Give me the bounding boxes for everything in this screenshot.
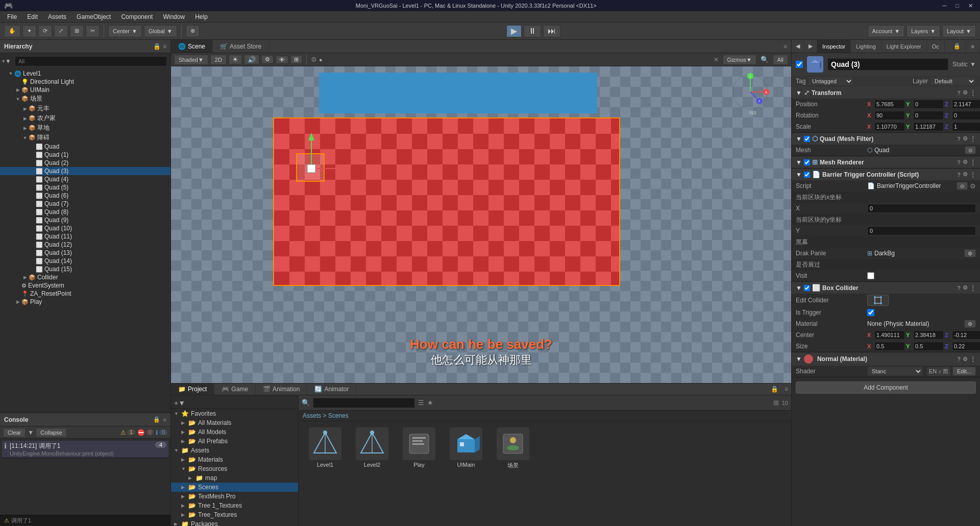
tab-animator[interactable]: 🔄 Animator (307, 384, 356, 395)
position-z-input[interactable] (952, 100, 980, 109)
audio-toggle[interactable]: 🔊 (244, 55, 259, 64)
2d-button[interactable]: 2D (210, 55, 227, 65)
maximize-button[interactable]: □ (952, 2, 962, 10)
tree-item[interactable]: ▶📦元丰 (0, 104, 170, 113)
center-y-input[interactable] (913, 330, 944, 340)
box-collider-header[interactable]: ▼ ⬜ Box Collider ? ⚙ ⋮ (792, 282, 980, 294)
tab-scene[interactable]: 🌐 Scene (171, 40, 213, 53)
size-x-input[interactable] (874, 342, 905, 351)
menu-window[interactable]: Window (158, 12, 190, 21)
mesh-filter-toggle[interactable] (804, 136, 810, 142)
scale-x-input[interactable] (874, 122, 905, 131)
mesh-renderer-toggle[interactable] (804, 159, 810, 165)
tree-item[interactable]: ⬜Quad (9) (0, 216, 170, 224)
rotation-z-input[interactable] (952, 111, 980, 120)
tree-item[interactable]: ▼🌐Level1 (0, 69, 170, 78)
scale-z-input[interactable] (952, 122, 980, 131)
asset-scene[interactable]: 场景 (493, 427, 533, 469)
shader-dropdown[interactable]: Stanc (867, 367, 923, 376)
folder-item[interactable]: ▶📁map (171, 473, 298, 483)
tool-rect[interactable]: ⊞ (70, 25, 84, 37)
tree-item[interactable]: ⬜Quad (7) (0, 200, 170, 208)
tree-item[interactable]: ⬜Quad (15) (0, 265, 170, 273)
menu-edit[interactable]: Edit (22, 12, 43, 21)
play-button[interactable]: ▶ (506, 25, 522, 37)
script-overflow[interactable]: ⋮ (970, 171, 976, 178)
tree-item[interactable]: ▶📦农户家 (0, 113, 170, 123)
tool-scale[interactable]: ⤢ (54, 25, 68, 37)
center-z-input[interactable] (952, 330, 980, 340)
object-active-checkbox[interactable] (796, 61, 803, 68)
all-dropdown[interactable]: All (773, 55, 788, 65)
tab-game[interactable]: 🎮 Game (214, 384, 256, 395)
tab-lighting[interactable]: Lighting (851, 40, 881, 53)
assets-filter-icon[interactable]: ☰ (418, 399, 424, 407)
space-dropdown[interactable]: Global ▼ (144, 25, 177, 37)
transform-overflow[interactable]: ⋮ (970, 89, 976, 97)
asset-level1[interactable]: Level1 (305, 427, 346, 469)
visit-checkbox[interactable] (867, 272, 874, 279)
scene-view[interactable]: Y X Z Iso How can he be saved? 他怎么可能从神那里 (171, 66, 791, 383)
pause-button[interactable]: ⏸ (524, 25, 541, 37)
folder-item[interactable]: ▼📁Assets (171, 446, 298, 455)
transform-section-header[interactable]: ▼ ⤢ Transform ? ⚙ ⋮ (792, 87, 980, 99)
inspector-forward-button[interactable]: ▶ (804, 40, 817, 53)
object-name-input[interactable] (827, 58, 948, 70)
tab-inspector[interactable]: Inspector (817, 40, 851, 53)
folder-item[interactable]: ▶📂All Prefabs (171, 437, 298, 446)
rotation-x-input[interactable] (874, 111, 905, 120)
close-scene-icon[interactable]: ✕ (712, 56, 721, 63)
menu-help[interactable]: Help (190, 12, 213, 21)
hierarchy-search-input[interactable] (15, 56, 167, 66)
tree-item[interactable]: ▼📦障碍 (0, 133, 170, 142)
folder-item[interactable]: ▶📂Tree_Textures (171, 510, 298, 519)
transform-settings[interactable]: ⚙ (963, 89, 968, 96)
close-button[interactable]: ✕ (965, 2, 976, 10)
asset-uimain[interactable]: UIMain (446, 427, 486, 469)
effects-toggle[interactable]: ⚙ (261, 55, 274, 64)
folder-item[interactable]: ▶📂Scenes (171, 483, 298, 492)
x-coord-input[interactable] (867, 204, 976, 213)
hierarchy-add-button[interactable]: +▼ (2, 58, 11, 65)
rotation-y-input[interactable] (913, 111, 944, 120)
assets-star-icon[interactable]: ★ (427, 399, 433, 407)
asset-play[interactable]: Play (399, 427, 439, 469)
menu-gameobject[interactable]: GameObject (71, 12, 116, 21)
layers-dropdown[interactable]: Layers ▼ (906, 25, 940, 37)
material-physics-settings[interactable]: ⚙ (964, 320, 976, 328)
drak-panle-settings-btn[interactable]: ⚙ (964, 249, 976, 257)
folder-item[interactable]: ▶📂Tree 1_Textures (171, 501, 298, 510)
y-coord-input[interactable] (867, 226, 976, 235)
layer-dropdown[interactable]: Default (930, 77, 976, 86)
tree-item[interactable]: ⬜Quad (14) (0, 257, 170, 265)
tree-item[interactable]: ▶📦UIMain (0, 86, 170, 94)
folder-item[interactable]: ▶📂Materials (171, 455, 298, 464)
add-component-button[interactable]: Add Component (796, 381, 976, 394)
tree-item[interactable]: ⬜Quad (1) (0, 151, 170, 159)
warning-badge[interactable]: ⚠ 1 (120, 429, 135, 436)
center-x-input[interactable] (874, 330, 905, 340)
size-y-input[interactable] (913, 342, 944, 351)
menu-file[interactable]: File (2, 12, 22, 21)
tree-item[interactable]: ⬜Quad (13) (0, 249, 170, 257)
snap-button[interactable]: ⊕ (186, 25, 200, 37)
tab-asset-store[interactable]: 🛒 Asset Store (213, 40, 269, 53)
tree-item[interactable]: ⬜Quad (6) (0, 192, 170, 200)
tool-rotate[interactable]: ⟳ (38, 25, 52, 37)
console-dropdown-icon[interactable]: ▼ (28, 429, 34, 436)
console-collapse-button[interactable]: Collapse (36, 428, 67, 437)
pivot-dropdown[interactable]: Center ▼ (108, 25, 142, 37)
shader-edit-button[interactable]: Edit... (952, 367, 976, 376)
material-overflow[interactable]: ⋮ (970, 355, 976, 363)
folder-item[interactable]: ▼📂Resources (171, 464, 298, 473)
hierarchy-lock-icon[interactable]: 🔒 (153, 43, 161, 50)
inspector-menu-tab[interactable]: ≡ (966, 40, 980, 53)
mesh-filter-help[interactable]: ? (957, 136, 961, 142)
position-x-input[interactable] (874, 100, 905, 109)
folder-item[interactable]: ▶📁Packages (171, 519, 298, 526)
scene-extra-icon[interactable]: ⚙ (311, 56, 317, 63)
tree-item[interactable]: ⚙EventSystem (0, 281, 170, 290)
mesh-filter-overflow[interactable]: ⋮ (970, 135, 976, 142)
tree-item[interactable]: ⬜Quad (11) (0, 232, 170, 241)
script-settings[interactable]: ⚙ (963, 171, 968, 178)
